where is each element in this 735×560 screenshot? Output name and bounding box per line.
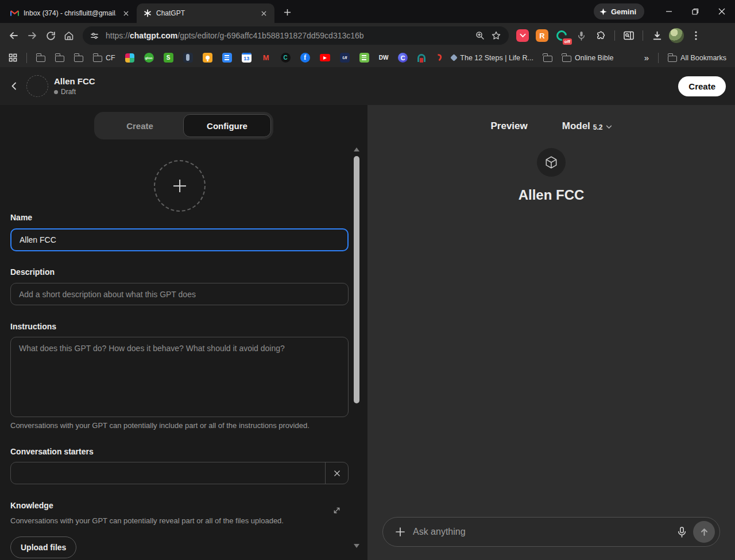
bookmark-bulb[interactable] xyxy=(200,52,215,64)
name-input[interactable] xyxy=(10,228,349,251)
statue-icon xyxy=(183,53,193,63)
new-tab-button[interactable] xyxy=(279,4,295,20)
bookmark-online-bible[interactable]: Online Bible xyxy=(559,53,616,63)
description-input[interactable] xyxy=(10,283,349,305)
toolbar-separator xyxy=(614,30,615,41)
url-host: chatgpt.com xyxy=(130,31,177,40)
pocket-extension-icon[interactable] xyxy=(514,28,531,44)
home-icon[interactable] xyxy=(60,26,78,45)
gmail-m-icon: M xyxy=(261,53,271,63)
knowledge-note: Conversations with your GPT can potentia… xyxy=(10,516,349,525)
bookmark-all-bookmarks[interactable]: All Bookmarks xyxy=(665,53,729,63)
folder-icon xyxy=(562,56,571,62)
bookmark-folder[interactable] xyxy=(71,53,86,63)
gpt-title: Allen FCC xyxy=(54,76,95,86)
bookmark-youtube[interactable] xyxy=(317,53,333,63)
send-arrow-icon xyxy=(699,527,709,537)
bookmark-slack[interactable] xyxy=(122,52,137,64)
bookmark-hook[interactable] xyxy=(432,53,444,63)
youtube-icon xyxy=(320,54,330,61)
bookmark-green-list[interactable] xyxy=(357,52,372,64)
send-button[interactable] xyxy=(693,521,715,543)
create-button[interactable]: Create xyxy=(678,76,726,96)
grammarly-extension-icon[interactable]: off xyxy=(554,28,570,44)
back-icon[interactable] xyxy=(5,26,23,45)
site-settings-icon[interactable] xyxy=(86,28,102,44)
bookmark-gmail[interactable]: M xyxy=(258,52,274,64)
model-selector[interactable]: Model 5.2 xyxy=(562,120,612,132)
bookmarks-overflow-chevron[interactable]: » xyxy=(641,52,652,64)
folder-icon xyxy=(36,56,45,62)
browser-menu-icon[interactable] xyxy=(688,28,704,44)
tab-create[interactable]: Create xyxy=(96,114,183,137)
editor-mode-tabs: Create Configure xyxy=(94,112,273,139)
chat-composer[interactable] xyxy=(382,517,720,547)
tab-close-icon[interactable] xyxy=(258,8,269,18)
remove-starter-icon[interactable] xyxy=(325,462,348,484)
mic-toolbar-icon[interactable] xyxy=(573,28,589,44)
gloo-icon: gloo xyxy=(144,53,154,63)
bookmark-statue[interactable] xyxy=(180,52,196,64)
profile-avatar[interactable] xyxy=(668,28,684,44)
upload-files-button[interactable]: Upload files xyxy=(10,536,76,558)
extensions-puzzle-icon[interactable] xyxy=(593,28,609,44)
slack-icon xyxy=(125,53,134,63)
tab-chatgpt[interactable]: ChatGPT xyxy=(137,3,274,23)
bookmark-dw[interactable]: DW xyxy=(376,53,392,62)
instructions-textarea[interactable] xyxy=(10,337,349,417)
window-close-button[interactable] xyxy=(709,0,735,23)
apps-grid-icon xyxy=(9,53,17,62)
preview-title: Preview xyxy=(490,120,527,132)
bookmark-folder[interactable] xyxy=(540,53,555,63)
scrollbar-thumb[interactable] xyxy=(354,156,359,403)
url-path: /gpts/editor/g-696affc41b588191827dd59cd… xyxy=(177,31,363,40)
reload-icon[interactable] xyxy=(41,26,60,45)
bookmark-folder[interactable] xyxy=(52,53,67,63)
status-label: Draft xyxy=(61,88,76,96)
bookmark-folder[interactable] xyxy=(33,53,48,63)
address-bar[interactable]: https://chatgpt.com/gpts/editor/g-696aff… xyxy=(83,26,509,45)
tab-gmail[interactable]: Inbox (374) - chrisfluitt@gmail.c xyxy=(3,3,137,23)
conversation-starter-input[interactable] xyxy=(11,462,325,484)
back-chevron-icon[interactable] xyxy=(5,76,24,96)
bookmark-star-icon[interactable] xyxy=(488,28,504,44)
bookmarks-separator xyxy=(26,53,27,63)
expand-textarea-icon[interactable] xyxy=(333,507,341,514)
bookmark-facebook[interactable]: f xyxy=(297,52,313,64)
attach-plus-icon[interactable] xyxy=(391,523,409,541)
bookmark-apps-grid[interactable] xyxy=(6,52,20,63)
forward-icon[interactable] xyxy=(23,26,41,45)
tab-close-icon[interactable] xyxy=(121,8,131,18)
panel-scrollbar[interactable] xyxy=(353,145,360,553)
window-minimize-button[interactable] xyxy=(656,0,682,23)
scroll-down-arrow-icon[interactable] xyxy=(354,544,359,548)
ask-anything-input[interactable] xyxy=(409,527,672,537)
scroll-up-arrow-icon[interactable] xyxy=(354,147,359,151)
description-label: Description xyxy=(10,267,55,277)
gpt-avatar-placeholder[interactable] xyxy=(26,75,48,97)
rakuten-extension-icon[interactable]: R xyxy=(534,28,550,44)
search-sidepanel-icon[interactable] xyxy=(621,28,637,44)
bookmark-gloo[interactable]: gloo xyxy=(141,52,157,64)
draft-status: Draft xyxy=(54,88,95,96)
zoom-page-icon[interactable] xyxy=(472,28,488,44)
bookmarks-bar: CF gloo S 13 M C f UI DW C The 12 Steps xyxy=(0,48,735,67)
downloads-icon[interactable] xyxy=(649,28,665,44)
bookmark-subsplash[interactable]: S xyxy=(161,52,176,64)
bookmark-ui[interactable]: UI xyxy=(337,52,353,64)
bookmark-twelve-steps[interactable]: The 12 Steps | Life R... xyxy=(448,53,536,63)
window-restore-button[interactable] xyxy=(682,0,709,23)
mic-icon[interactable] xyxy=(672,523,691,541)
gemini-label: Gemini xyxy=(611,7,636,16)
gemini-button[interactable]: Gemini xyxy=(594,3,644,20)
gpt-avatar-upload[interactable] xyxy=(154,160,206,212)
bookmark-c-blue[interactable]: C xyxy=(395,52,411,64)
bookmark-docs[interactable] xyxy=(219,52,235,64)
tab-configure[interactable]: Configure xyxy=(183,114,271,137)
bookmark-tc[interactable]: C xyxy=(278,52,293,64)
bookmark-label: The 12 Steps | Life R... xyxy=(460,54,533,62)
bookmark-arch[interactable] xyxy=(415,53,428,63)
facebook-icon: f xyxy=(300,53,310,63)
bookmark-folder-cf[interactable]: CF xyxy=(90,53,118,63)
bookmark-calendar-13[interactable]: 13 xyxy=(239,52,254,64)
